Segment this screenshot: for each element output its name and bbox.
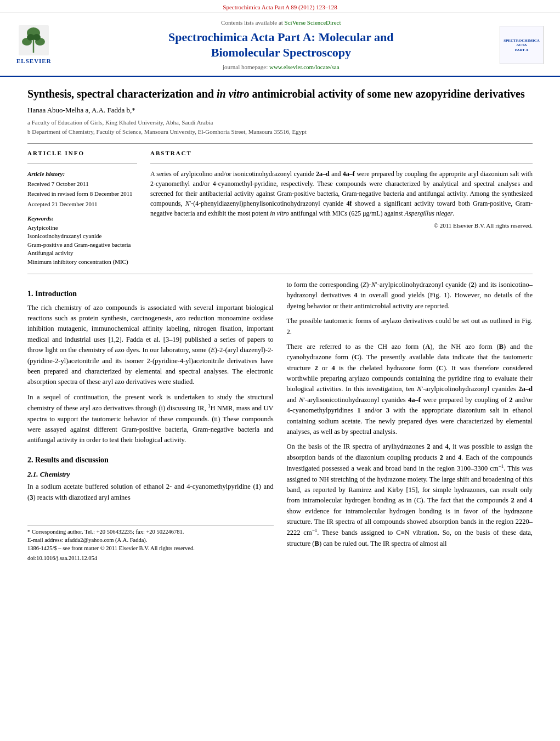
doi-line: doi:10.1016/j.saa.2011.12.054	[27, 555, 274, 563]
email-note: E-mail address: afadda2@yahoo.com (A.A. …	[27, 536, 274, 545]
received-revised-date: Received in revised form 8 December 2011	[27, 190, 132, 197]
article-info-col: ARTICLE INFO Article history: Received 7…	[27, 149, 137, 266]
logo-text: SPECTROCHIMICA ACTA PART A	[504, 38, 540, 52]
keyword-4: Antifungal activity	[27, 249, 137, 257]
right-para-3: There are referred to as the CH azo form…	[287, 342, 533, 437]
section-2-title: 2. Results and discussion	[27, 455, 274, 466]
journal-header: ELSEVIER Contents lists available at Sci…	[0, 13, 560, 77]
section-1-para-1: The rich chemistry of azo compounds is a…	[27, 303, 274, 388]
info-divider	[27, 163, 137, 163]
right-para-2: The possible tautomeric forms of arylazo…	[287, 316, 533, 337]
corresponding-note: * Corresponding author. Tel.: +20 506432…	[27, 528, 274, 536]
affiliations: a Faculty of Education of Girls, King Kh…	[27, 118, 533, 137]
journal-main-title: Spectrochimica Acta Part A: Molecular an…	[63, 30, 500, 61]
section-2-para-1: In a sodium acetate buffered solution of…	[27, 482, 274, 503]
article-title: Synthesis, spectral characterization and…	[27, 87, 533, 101]
journal-homepage: journal homepage: www.elsevier.com/locat…	[63, 63, 500, 71]
keyword-3: Gram-positive and Gram-negative bacteria	[27, 241, 137, 249]
article-container: Synthesis, spectral characterization and…	[0, 77, 560, 574]
article-history: Article history: Received 7 October 2011…	[27, 169, 137, 209]
abstract-divider	[150, 163, 533, 163]
right-para-4: On the basis of the IR spectra of arylhy…	[287, 442, 533, 549]
elsevier-tree-icon	[19, 25, 49, 55]
svg-point-6	[33, 34, 41, 41]
issn-line: 1386-1425/$ – see front matter © 2011 El…	[27, 545, 274, 553]
keywords-section: Keywords: Arylpicolinе Isonicotinohydraz…	[27, 214, 137, 266]
keywords-label: Keywords:	[27, 214, 137, 223]
accepted-date: Accepted 21 December 2011	[27, 201, 98, 207]
keyword-1: Arylpicolinе	[27, 224, 137, 232]
section-2-1-title: 2.1. Chemistry	[27, 470, 274, 479]
elsevier-brand-text: ELSEVIER	[16, 57, 52, 65]
abstract-text: A series of arylpicolino and/or isonicot…	[150, 169, 533, 218]
contents-label: Contents lists available at	[221, 19, 283, 26]
body-left-col: 1. Introduction The rich chemistry of az…	[27, 280, 274, 563]
abstract-col: ABSTRACT A series of arylpicolino and/or…	[150, 149, 533, 266]
section-1-title: 1. Introduction	[27, 289, 274, 299]
title-italic: in vitro	[217, 88, 249, 100]
sciverse-link[interactable]: SciVerse ScienceDirect	[285, 19, 341, 26]
abstract-heading: ABSTRACT	[150, 149, 533, 157]
affiliation-a: a Faculty of Education of Girls, King Kh…	[27, 118, 533, 127]
right-para-1: to form the corresponding (Z)-N′-arylpic…	[287, 280, 533, 312]
body-right-col: to form the corresponding (Z)-N′-arylpic…	[287, 280, 533, 563]
journal-logo-right: SPECTROCHIMICA ACTA PART A	[500, 26, 544, 64]
contents-line: Contents lists available at SciVerse Sci…	[63, 19, 500, 27]
homepage-link[interactable]: www.elsevier.com/locate/saa	[269, 64, 340, 70]
elsevier-logo: ELSEVIER	[16, 25, 52, 65]
journal-citation-bar: Spectrochimica Acta Part A 89 (2012) 123…	[0, 0, 560, 13]
received-date: Received 7 October 2011	[27, 180, 89, 187]
keyword-5: Minimum inhibitory concentration (MIC)	[27, 258, 137, 266]
header-left: ELSEVIER	[16, 25, 63, 65]
keyword-2: Isonicotinohydrazanyl cyanide	[27, 232, 137, 240]
divider-1	[27, 143, 533, 144]
footnotes: * Corresponding author. Tel.: +20 506432…	[27, 525, 274, 563]
section-1: 1. Introduction The rich chemistry of az…	[27, 289, 274, 446]
section-2: 2. Results and discussion 2.1. Chemistry…	[27, 455, 274, 504]
info-abstract-section: ARTICLE INFO Article history: Received 7…	[27, 149, 533, 266]
copyright-line: © 2011 Elsevier B.V. All rights reserved…	[150, 222, 533, 230]
journal-citation-text: Spectrochimica Acta Part A 89 (2012) 123…	[223, 4, 337, 10]
divider-2	[27, 274, 533, 274]
section-1-para-2: In a sequel of continuation, the present…	[27, 392, 274, 446]
body-section: 1. Introduction The rich chemistry of az…	[27, 280, 533, 563]
authors-line: Hanaa Abuo-Melha a, A.A. Fadda b,*	[27, 105, 533, 115]
affiliation-b: b Department of Chemistry, Faculty of Sc…	[27, 127, 533, 137]
history-label: Article history:	[27, 171, 65, 177]
article-info-heading: ARTICLE INFO	[27, 149, 137, 157]
journal-title-block: Contents lists available at SciVerse Sci…	[63, 19, 500, 71]
